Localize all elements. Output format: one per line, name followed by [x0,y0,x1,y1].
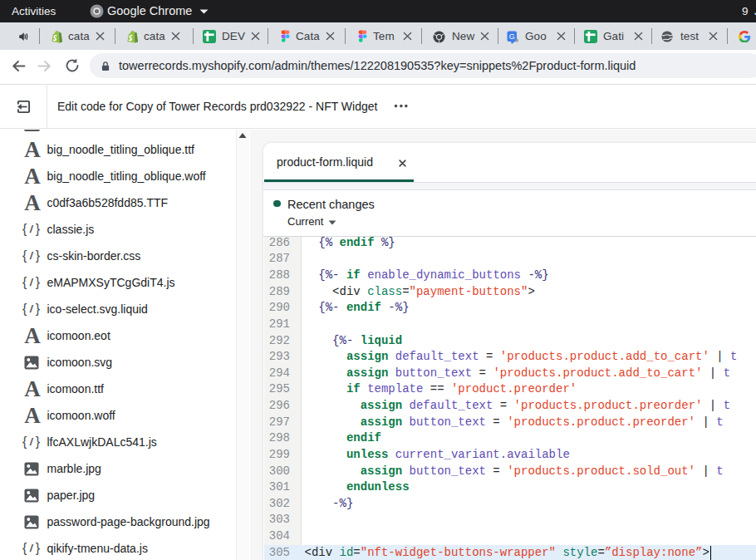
svg-text:G: G [509,32,515,41]
